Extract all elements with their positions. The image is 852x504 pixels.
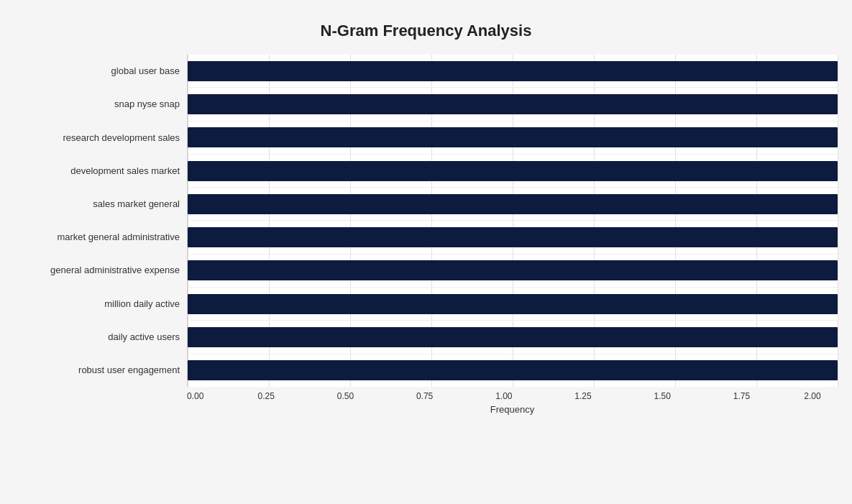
y-label: general administrative expense bbox=[14, 265, 180, 276]
chart-container: N-Gram Frequency Analysis global user ba… bbox=[0, 0, 852, 504]
x-tick: 2.00 bbox=[804, 391, 820, 401]
bar-row bbox=[188, 188, 838, 221]
bar-row bbox=[188, 55, 838, 88]
x-ticks: 0.000.250.500.751.001.251.501.752.00 bbox=[187, 391, 838, 401]
bar bbox=[188, 94, 838, 114]
y-label: million daily active bbox=[14, 298, 180, 310]
bar-row bbox=[188, 122, 838, 155]
bar-row bbox=[188, 155, 838, 188]
bar bbox=[188, 227, 838, 247]
x-tick: 1.25 bbox=[574, 391, 591, 401]
bar bbox=[188, 61, 838, 81]
y-label: market general administrative bbox=[14, 232, 180, 243]
x-tick: 1.75 bbox=[733, 391, 750, 401]
y-label: development sales market bbox=[14, 165, 180, 177]
x-tick: 0.00 bbox=[187, 391, 203, 401]
bar bbox=[188, 294, 838, 314]
bar bbox=[188, 127, 838, 147]
bars-and-grid bbox=[187, 55, 838, 387]
x-tick: 0.25 bbox=[258, 391, 275, 401]
chart-area: global user basesnap nyse snapresearch d… bbox=[14, 55, 838, 415]
x-axis: 0.000.250.500.751.001.251.501.752.00 bbox=[14, 391, 838, 401]
bar bbox=[188, 194, 838, 214]
y-label: sales market general bbox=[14, 198, 180, 210]
bar-row bbox=[188, 354, 838, 387]
y-label: snap nyse snap bbox=[14, 98, 180, 110]
bars-section: global user basesnap nyse snapresearch d… bbox=[14, 55, 838, 387]
bar-row bbox=[188, 255, 838, 288]
grid-line bbox=[838, 55, 838, 387]
y-label: daily active users bbox=[14, 331, 180, 343]
y-label: research development sales bbox=[14, 132, 180, 144]
chart-title: N-Gram Frequency Analysis bbox=[14, 14, 838, 40]
bar-row bbox=[188, 88, 838, 121]
y-label: global user base bbox=[14, 65, 180, 77]
x-tick: 1.00 bbox=[495, 391, 512, 401]
x-tick: 1.50 bbox=[654, 391, 671, 401]
y-label: robust user engagement bbox=[14, 365, 180, 376]
y-labels: global user basesnap nyse snapresearch d… bbox=[14, 55, 187, 387]
bar-row bbox=[188, 288, 838, 321]
bar bbox=[188, 260, 838, 280]
x-tick: 0.75 bbox=[416, 391, 433, 401]
x-tick: 0.50 bbox=[337, 391, 354, 401]
bar bbox=[188, 360, 838, 380]
x-axis-label: Frequency bbox=[14, 404, 838, 415]
bar bbox=[188, 161, 838, 181]
bar-row bbox=[188, 321, 838, 354]
bar-row bbox=[188, 221, 838, 254]
bar bbox=[188, 327, 838, 347]
bar-rows bbox=[188, 55, 838, 387]
